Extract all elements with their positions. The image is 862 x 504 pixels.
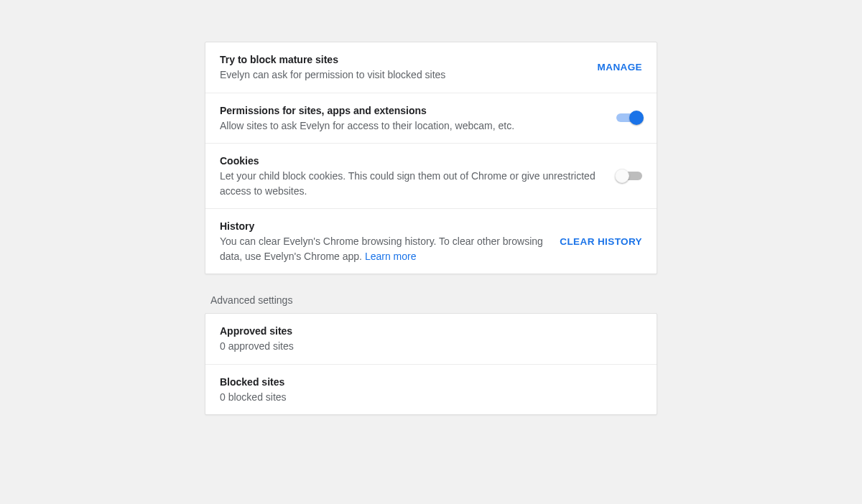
permissions-toggle[interactable] bbox=[616, 111, 642, 125]
row-subtitle: Allow sites to ask Evelyn for access to … bbox=[220, 118, 605, 133]
row-subtitle: 0 approved sites bbox=[220, 339, 631, 353]
clear-history-button[interactable]: CLEAR HISTORY bbox=[560, 236, 642, 247]
settings-page: Try to block mature sites Evelyn can ask… bbox=[0, 0, 862, 415]
learn-more-link[interactable]: Learn more bbox=[365, 251, 417, 262]
row-subtitle: Let your child block cookies. This could… bbox=[220, 169, 605, 198]
toggle-thumb bbox=[615, 169, 629, 183]
row-blocked-sites[interactable]: Blocked sites 0 blocked sites bbox=[205, 365, 657, 415]
advanced-settings-card: Approved sites 0 approved sites Blocked … bbox=[205, 313, 657, 415]
row-history: History You can clear Evelyn's Chrome br… bbox=[205, 209, 657, 274]
row-title: Blocked sites bbox=[220, 375, 631, 389]
advanced-settings-label: Advanced settings bbox=[205, 294, 657, 306]
manage-button[interactable]: MANAGE bbox=[598, 62, 642, 73]
row-title: History bbox=[220, 219, 548, 233]
row-text: Approved sites 0 approved sites bbox=[220, 324, 642, 354]
row-title: Approved sites bbox=[220, 324, 631, 338]
row-subtitle: 0 blocked sites bbox=[220, 390, 631, 404]
row-text: History You can clear Evelyn's Chrome br… bbox=[220, 219, 560, 263]
row-text: Permissions for sites, apps and extensio… bbox=[220, 103, 616, 134]
main-settings-card: Try to block mature sites Evelyn can ask… bbox=[205, 42, 657, 274]
row-title: Try to block mature sites bbox=[220, 52, 586, 67]
row-subtitle: You can clear Evelyn's Chrome browsing h… bbox=[220, 234, 548, 263]
row-text: Cookies Let your child block cookies. Th… bbox=[220, 154, 616, 198]
row-approved-sites[interactable]: Approved sites 0 approved sites bbox=[205, 314, 657, 365]
row-title: Permissions for sites, apps and extensio… bbox=[220, 103, 605, 118]
row-cookies: Cookies Let your child block cookies. Th… bbox=[205, 144, 657, 209]
row-block-mature-sites: Try to block mature sites Evelyn can ask… bbox=[205, 42, 657, 93]
row-text: Try to block mature sites Evelyn can ask… bbox=[220, 52, 598, 83]
row-subtitle: Evelyn can ask for permission to visit b… bbox=[220, 67, 586, 82]
row-permissions: Permissions for sites, apps and extensio… bbox=[205, 93, 657, 144]
row-title: Cookies bbox=[220, 154, 605, 168]
toggle-thumb bbox=[629, 111, 644, 125]
row-text: Blocked sites 0 blocked sites bbox=[220, 375, 642, 405]
cookies-toggle[interactable] bbox=[616, 169, 642, 183]
